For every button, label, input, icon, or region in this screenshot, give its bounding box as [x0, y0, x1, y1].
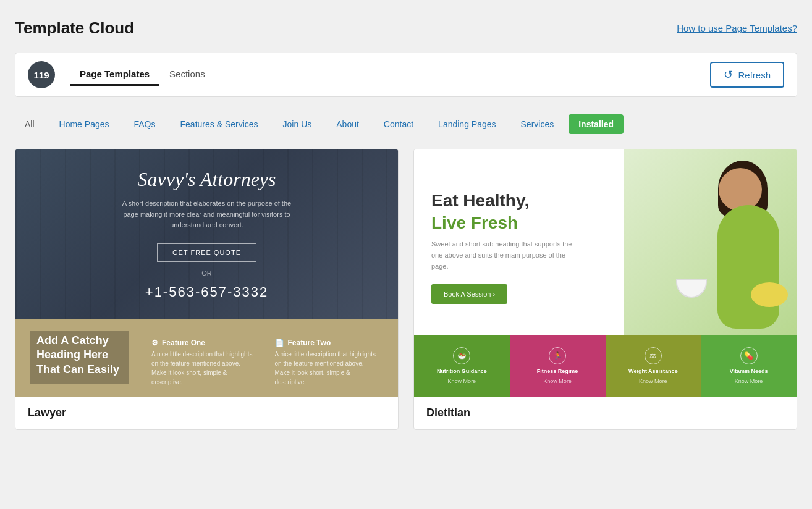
lawyer-feature-one-title: ⚙ Feature One — [151, 339, 255, 347]
lawyer-feature-one-desc: A nice little description that highlight… — [151, 350, 255, 387]
tab-page-templates[interactable]: Page Templates — [70, 64, 159, 86]
fitness-icon: 🏃 — [549, 347, 566, 364]
vitamin-icon: 💊 — [740, 347, 758, 364]
tab-list: Page Templates Sections — [70, 64, 695, 86]
filter-landing-pages[interactable]: Landing Pages — [428, 114, 505, 134]
filter-bar: All Home Pages FAQs Features & Services … — [15, 114, 797, 134]
filter-home-pages[interactable]: Home Pages — [49, 114, 119, 134]
filter-features-services[interactable]: Features & Services — [171, 114, 268, 134]
tab-panel: 119 Page Templates Sections ↺ Refresh — [15, 53, 797, 97]
dietitian-heading1: Eat Healthy, — [431, 190, 607, 211]
dietitian-service-fitness: 🏃 Fitness Regime Know More — [510, 335, 606, 397]
filter-installed[interactable]: Installed — [569, 114, 624, 134]
dietitian-service-nutrition: 🥗 Nutrition Guidance Know More — [414, 335, 510, 397]
document-icon: 📄 — [275, 339, 284, 347]
dietitian-service-vitamins: 💊 Vitamin Needs Know More — [701, 335, 797, 397]
lawyer-title: Savvy's Attorneys — [138, 168, 276, 191]
gear-icon: ⚙ — [151, 339, 158, 347]
dietitian-heading2: Live Fresh — [431, 213, 607, 233]
nutrition-icon: 🥗 — [453, 347, 470, 364]
cards-grid: Savvy's Attorneys A short description th… — [15, 149, 797, 430]
lawyer-card-label: Lawyer — [15, 397, 398, 429]
refresh-icon: ↺ — [724, 68, 733, 82]
lawyer-feature-two-desc: A nice little description that highlight… — [275, 350, 379, 387]
filter-join-us[interactable]: Join Us — [273, 114, 322, 134]
lawyer-phone: +1-563-657-3332 — [145, 284, 268, 300]
dietitian-service-weight: ⚖ Weight Assistance Know More — [606, 335, 701, 397]
dietitian-cta-button[interactable]: Book A Session › — [431, 284, 507, 304]
lawyer-desc: A short description that elaborates on t… — [121, 198, 294, 231]
dietitian-subheading: Sweet and short sub heading that support… — [431, 239, 580, 272]
app-title: Template Cloud — [15, 19, 134, 38]
tab-sections[interactable]: Sections — [159, 64, 215, 86]
help-link[interactable]: How to use Page Templates? — [677, 23, 797, 33]
dietitian-image — [624, 149, 797, 335]
dietitian-card-label: Dietitian — [414, 397, 797, 429]
dietitian-preview: Eat Healthy, Live Fresh Sweet and short … — [414, 149, 797, 397]
template-count-badge: 119 — [28, 61, 55, 88]
template-card-lawyer[interactable]: Savvy's Attorneys A short description th… — [15, 149, 399, 430]
lawyer-feature-two-title: 📄 Feature Two — [275, 339, 379, 347]
filter-contact[interactable]: Contact — [374, 114, 423, 134]
top-header: Template Cloud How to use Page Templates… — [15, 19, 797, 38]
filter-about[interactable]: About — [326, 114, 369, 134]
lawyer-or: OR — [201, 269, 212, 277]
dietitian-services: 🥗 Nutrition Guidance Know More 🏃 Fitness… — [414, 335, 797, 397]
filter-services[interactable]: Services — [511, 114, 564, 134]
lawyer-preview: Savvy's Attorneys A short description th… — [15, 149, 398, 397]
template-card-dietitian[interactable]: Eat Healthy, Live Fresh Sweet and short … — [413, 149, 797, 430]
weight-icon: ⚖ — [645, 347, 662, 364]
refresh-button[interactable]: ↺ Refresh — [710, 62, 784, 88]
lawyer-side-heading: Add A Catchy Heading Here That Can Easil… — [36, 334, 123, 377]
lawyer-cta-button[interactable]: GET FREE QUOTE — [157, 243, 256, 262]
filter-all[interactable]: All — [15, 114, 44, 134]
filter-faqs[interactable]: FAQs — [124, 114, 166, 134]
